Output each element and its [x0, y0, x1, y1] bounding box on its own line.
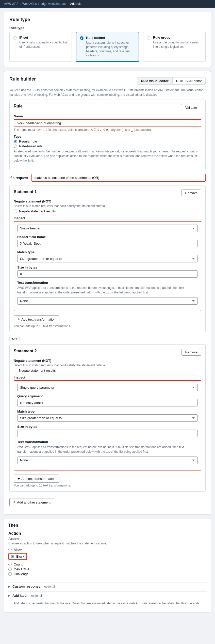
breadcrumb-waf[interactable]: AWS WAF: [4, 2, 18, 6]
ip-set-radio[interactable]: [13, 36, 17, 40]
rule-type-rule-builder[interactable]: Rule builder Use a custom rule to inspec…: [76, 32, 139, 62]
statement1-size-bytes-input[interactable]: [17, 270, 198, 278]
add-label-row[interactable]: ▶ Add label - optional: [8, 591, 207, 600]
statement1-header-field-label: Header field name: [17, 235, 198, 239]
statement1-inspect-group: Single header: [17, 225, 198, 232]
action-allow-text: Allow: [14, 548, 22, 552]
statement1-remove-button[interactable]: Remove: [181, 190, 201, 196]
statement1-negate-desc: Select this to match requests that don't…: [14, 204, 201, 208]
regular-rule-radio-label[interactable]: Regular rule: [14, 139, 201, 143]
add-statement-button[interactable]: Add another statement: [9, 498, 54, 506]
rule-builder-header: Rule builder Rule visual editor Rule JSO…: [9, 76, 206, 85]
add-label-label: Add label: [12, 594, 27, 598]
custom-response-arrow: ▶: [8, 585, 10, 588]
rate-based-desc: A rate-based rule limits the number of r…: [14, 149, 201, 163]
statement2-header: Statement 2 Remove: [14, 349, 201, 356]
statement1-negate-checkbox-label[interactable]: Negate statement results: [14, 209, 201, 213]
action-allow-radio[interactable]: [8, 548, 12, 551]
statement1-size-bytes-label: Size in bytes: [17, 265, 198, 269]
tab-json-editor[interactable]: Rule JSON editor: [172, 77, 206, 85]
statement1-negate-checkbox[interactable]: [14, 210, 17, 213]
statement2-inspect-box: Single query parameter Query argument Ma…: [14, 380, 201, 470]
rule-type-ip-set[interactable]: IP set Use IP sets to identify a specifi…: [9, 32, 72, 62]
statement2-text-transform-select[interactable]: None: [17, 457, 198, 464]
statement1-inspect-select[interactable]: Single header: [17, 225, 198, 232]
action-captcha-text: CAPTCHA: [14, 567, 29, 571]
rule-name-input[interactable]: [14, 120, 201, 127]
action-challenge-radio[interactable]: [8, 572, 12, 576]
statement2-query-arg-group: Query argument: [17, 394, 198, 406]
if-request-row: If a request matches at least one of the…: [9, 174, 206, 182]
statement1-text-transform-label: Text transformation: [17, 281, 198, 285]
action-block-label[interactable]: Block: [11, 555, 24, 558]
add-label-optional: - optional: [29, 594, 42, 598]
rule-type-section: Rule type Rule type IP set Use IP sets t…: [4, 12, 211, 67]
or-badge: OR: [9, 336, 20, 342]
rule-builder-title: Rule builder: [9, 76, 36, 82]
rate-based-rule-radio[interactable]: [14, 145, 17, 148]
statement2-negate-checkbox[interactable]: [14, 369, 17, 372]
statement2-match-type-select[interactable]: Size greater than or equal to: [17, 414, 198, 422]
rule-name-group: Name The name must have 1-128 characters…: [14, 114, 201, 132]
rule-type-rule-group[interactable]: Rule group Use a rule group to combine r…: [143, 32, 206, 62]
regular-rule-radio[interactable]: [14, 140, 17, 143]
action-block-radio[interactable]: [11, 555, 14, 558]
rate-based-rule-radio-label[interactable]: Rate-based rule: [14, 144, 201, 148]
action-block-text: Block: [16, 555, 24, 558]
rule-builder-info: You can use the JSON editor for complex …: [9, 88, 206, 97]
action-count-label[interactable]: Count: [8, 562, 207, 566]
ip-set-desc: Use IP sets to identify a specific list …: [19, 40, 68, 49]
statement2-transform-hint: You can add up to 10 text transformation…: [14, 484, 201, 487]
statement1-transform-hint: You can add up to 10 text transformation…: [14, 324, 201, 328]
statement1-inspect-label: Inspect: [14, 216, 201, 220]
statement1-text-transform-group: Text transformation AWS WAF applies all …: [17, 281, 198, 305]
or-divider: OR: [9, 336, 206, 342]
statement2-size-bytes-input[interactable]: [17, 430, 198, 437]
if-label: If a request: [9, 176, 28, 180]
statement1-negate-title: Negate statement (NOT): [14, 199, 201, 203]
rule-name-label: Name: [14, 114, 201, 118]
statement1-match-type-group: Match type Size greater than or equal to: [17, 250, 198, 262]
statement2-title: Statement 2: [14, 349, 37, 353]
statement1-negate-group: Negate statement (NOT) Select this to ma…: [14, 199, 201, 213]
breadcrumb-acl[interactable]: edge-workshop-acl: [41, 2, 66, 6]
statement2-text-transform-group: Text transformation AWS WAF applies all …: [17, 440, 198, 464]
rule-builder-desc: Use a custom rule to inspect for pattern…: [86, 41, 135, 58]
rule-subsection-title: Rule: [14, 104, 23, 108]
then-section: Then Action Action Choose an action to t…: [4, 519, 211, 612]
action-label: Action: [8, 537, 207, 541]
statement1-header-field-input[interactable]: [17, 240, 198, 247]
custom-response-label: Custom response: [12, 585, 40, 588]
if-request-select[interactable]: matches at least one of the statements (…: [32, 174, 205, 181]
statement2-remove-button[interactable]: Remove: [181, 349, 201, 356]
custom-response-row[interactable]: ▶ Custom response - optional: [8, 582, 207, 590]
statement1-header: Statement 1 Remove: [14, 190, 201, 196]
statement1-inspect-box: Single header Header field name Match ty…: [14, 221, 201, 311]
validate-button[interactable]: Validate: [181, 104, 201, 111]
tab-visual-editor[interactable]: Rule visual editor: [137, 77, 172, 85]
statement1-add-transform-button[interactable]: Add text transformation: [14, 315, 59, 323]
breadcrumb-web-acls[interactable]: Web ACLs: [22, 2, 37, 6]
statement2-negate-checkbox-label[interactable]: Negate statement results: [14, 369, 201, 372]
action-count-radio[interactable]: [8, 563, 12, 566]
action-count-text: Count: [14, 562, 23, 566]
action-captcha-label[interactable]: CAPTCHA: [8, 567, 207, 571]
statement2-text-transform-info: AWS WAF applies all transformations to t…: [17, 445, 198, 454]
action-challenge-label[interactable]: Challenge: [8, 572, 207, 576]
then-title: Then: [8, 523, 207, 528]
statement2-query-arg-input[interactable]: [17, 399, 198, 406]
statement1-match-type-select[interactable]: Size greater than or equal to: [17, 255, 198, 262]
rule-type-options: IP set Use IP sets to identify a specifi…: [9, 32, 206, 62]
rule-builder-radio[interactable]: [80, 36, 84, 40]
statement2-inspect-select[interactable]: Single query parameter: [17, 384, 198, 391]
action-allow-label[interactable]: Allow: [8, 548, 207, 552]
statement2-add-transform-button[interactable]: Add text transformation: [14, 475, 59, 483]
action-challenge-text: Challenge: [14, 572, 29, 576]
breadcrumb-sep-2: ›: [38, 3, 39, 5]
action-captcha-radio[interactable]: [8, 568, 12, 571]
rule-group-radio[interactable]: [147, 36, 151, 40]
statement2-negate-title: Negate statement (NOT): [14, 359, 201, 363]
statement2-negate-label: Negate statement results: [19, 369, 56, 372]
statement2-section: Statement 2 Remove Negate statement (NOT…: [9, 344, 206, 492]
statement1-text-transform-select[interactable]: None: [17, 297, 198, 305]
